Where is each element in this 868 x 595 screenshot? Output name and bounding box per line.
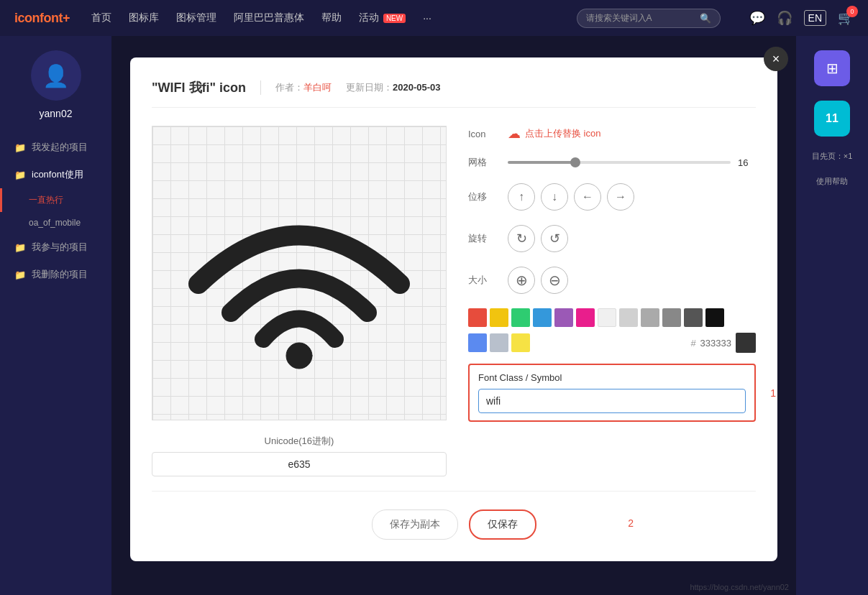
sidebar-menu: 📁 我发起的项目 📁 iconfont使用 一直热行 oa_of_mobile … <box>0 134 111 288</box>
icon-grid <box>152 126 447 420</box>
nav-help[interactable]: 帮助 <box>321 11 342 24</box>
grid-control-row: 网格 16 <box>468 156 756 169</box>
color-gray4[interactable] <box>662 308 681 327</box>
folder-icon-4: 📁 <box>14 269 26 280</box>
modal-footer: 保存为副本 仅保存 2 <box>152 506 756 540</box>
headset-icon[interactable]: 🎧 <box>777 10 792 26</box>
move-label: 位移 <box>468 190 497 203</box>
rotate-control-row: 旋转 ↻ ↺ <box>468 225 756 252</box>
color-green[interactable] <box>511 308 530 327</box>
modal-body: Unicode(16进制) Icon ☁ 点击上传替换 icon <box>152 126 756 476</box>
color-gray1[interactable] <box>598 308 616 327</box>
save-copy-button[interactable]: 保存为副本 <box>372 509 458 540</box>
color-yellow[interactable] <box>490 308 508 327</box>
icon-upload-row: Icon ☁ 点击上传替换 icon <box>468 126 756 142</box>
folder-icon-3: 📁 <box>14 242 26 253</box>
sidebar-subitem-yizhi[interactable]: 一直热行 <box>0 188 111 212</box>
move-right-button[interactable]: → <box>607 183 634 211</box>
move-up-button[interactable]: ↑ <box>508 183 535 211</box>
save-only-button[interactable]: 仅保存 <box>469 509 536 540</box>
search-box[interactable]: 请搜索关键词入A 🔍 <box>577 9 721 28</box>
rotate-label: 旋转 <box>468 232 497 245</box>
top-navigation: iconfont+ 首页 图标库 图标管理 阿里巴巴普惠体 帮助 活动 NEW … <box>0 0 868 36</box>
zoom-out-button[interactable]: ⊖ <box>541 267 568 294</box>
folder-icon-2: 📁 <box>14 170 26 180</box>
sidebar: 👤 yann02 📁 我发起的项目 📁 iconfont使用 一直热行 oa_o… <box>0 36 111 595</box>
upload-button[interactable]: ☁ 点击上传替换 icon <box>508 126 600 142</box>
rotate-clockwise-button[interactable]: ↻ <box>508 225 535 252</box>
color-swatches-row1 <box>468 308 756 327</box>
panel-help-link[interactable]: 使用帮助 <box>813 176 851 187</box>
header-divider <box>260 80 261 95</box>
unicode-input[interactable] <box>152 452 447 476</box>
grid-value: 16 <box>738 157 756 168</box>
sidebar-item-my-projects[interactable]: 📁 我发起的项目 <box>0 134 111 161</box>
color-pink[interactable] <box>576 308 595 327</box>
move-left-button[interactable]: ← <box>574 183 601 211</box>
nav-activity[interactable]: 活动 NEW <box>359 11 406 24</box>
rotate-counter-button[interactable]: ↺ <box>541 225 568 252</box>
grid-label: 网格 <box>468 156 497 169</box>
color-black[interactable] <box>705 308 724 327</box>
hex-color-box[interactable] <box>736 333 756 353</box>
nav-icon-library[interactable]: 图标库 <box>129 11 159 24</box>
slider-thumb[interactable] <box>570 157 580 167</box>
folder-icon: 📁 <box>14 142 26 153</box>
logo-text: iconfont <box>14 11 63 25</box>
move-down-button[interactable]: ↓ <box>541 183 568 211</box>
language-icon[interactable]: EN <box>804 10 826 26</box>
hex-value: 333333 <box>700 338 731 349</box>
direction-buttons: ↑ ↓ ← → <box>508 183 634 211</box>
color-purple[interactable] <box>554 308 573 327</box>
footer-number: 2 <box>628 517 634 529</box>
size-label: 大小 <box>468 274 497 287</box>
icon-preview-area: Unicode(16进制) <box>152 126 447 476</box>
sidebar-subitem-oa[interactable]: oa_of_mobile <box>0 212 111 234</box>
font-class-input[interactable] <box>478 389 746 413</box>
message-icon[interactable]: 💬 <box>749 10 765 26</box>
author-link[interactable]: 羊白呵 <box>303 82 332 93</box>
main-content: × "WIFI 我fi" icon 作者：羊白呵 更新日期：2020-05-03 <box>111 36 796 595</box>
panel-icon-btn-1[interactable]: ⊞ <box>814 50 850 86</box>
search-icon[interactable]: 🔍 <box>700 13 711 24</box>
modal-header: "WIFI 我fi" icon 作者：羊白呵 更新日期：2020-05-03 <box>152 79 756 108</box>
cart-icon[interactable]: 🛒 0 <box>838 10 854 26</box>
color-blue2[interactable] <box>468 333 487 352</box>
panel-info: 目先页：×1 <box>808 151 856 162</box>
color-blue[interactable] <box>533 308 552 327</box>
icon-controls: Icon ☁ 点击上传替换 icon 网格 <box>468 126 756 476</box>
color-gold[interactable] <box>511 333 530 352</box>
nav-home[interactable]: 首页 <box>91 11 111 24</box>
top-right-icons: 💬 🎧 EN 🛒 0 <box>749 10 854 26</box>
nav-alibaba-font[interactable]: 阿里巴巴普惠体 <box>234 11 304 24</box>
svg-point-0 <box>286 343 312 369</box>
site-logo[interactable]: iconfont+ <box>14 11 70 26</box>
modal-date-meta: 更新日期：2020-05-03 <box>346 81 441 94</box>
grid-slider[interactable] <box>508 161 731 164</box>
size-buttons: ⊕ ⊖ <box>508 267 568 294</box>
color-silver[interactable] <box>490 333 508 352</box>
color-hex-label: # 333333 <box>690 333 756 353</box>
color-gray2[interactable] <box>619 308 638 327</box>
color-red[interactable] <box>468 308 487 327</box>
modal-separator <box>152 491 756 492</box>
sidebar-item-iconfont-use[interactable]: 📁 iconfont使用 <box>0 161 111 188</box>
panel-icon-btn-2[interactable]: 11 <box>814 101 850 137</box>
sidebar-item-deleted[interactable]: 📁 我删除的项目 <box>0 261 111 288</box>
nav-menu: 首页 图标库 图标管理 阿里巴巴普惠体 帮助 活动 NEW ··· <box>91 11 431 24</box>
activity-badge: NEW <box>383 14 406 23</box>
unicode-label: Unicode(16进制) <box>152 435 447 448</box>
zoom-in-button[interactable]: ⊕ <box>508 267 535 294</box>
page-layout: 👤 yann02 📁 我发起的项目 📁 iconfont使用 一直热行 oa_o… <box>0 36 868 595</box>
color-gray3[interactable] <box>641 308 659 327</box>
color-gray5[interactable] <box>684 308 703 327</box>
cart-badge: 0 <box>846 6 858 17</box>
move-control-row: 位移 ↑ ↓ ← → <box>468 183 756 211</box>
font-class-number: 1 <box>770 387 776 399</box>
nav-more[interactable]: ··· <box>423 12 431 24</box>
nav-icon-manage[interactable]: 图标管理 <box>176 11 216 24</box>
sidebar-item-participated[interactable]: 📁 我参与的项目 <box>0 234 111 261</box>
logo-plus: + <box>63 11 70 25</box>
modal-close-button[interactable]: × <box>764 47 788 71</box>
wifi-icon-svg <box>184 172 414 374</box>
